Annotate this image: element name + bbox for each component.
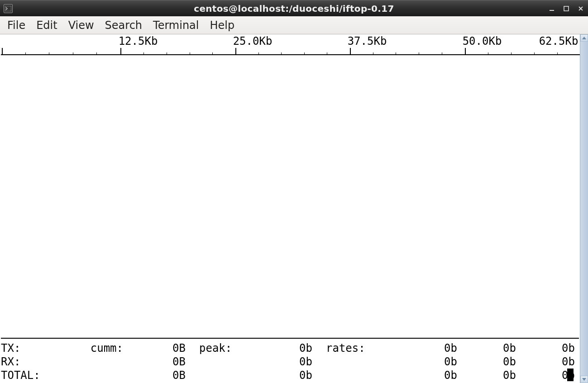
stats-value: 0b [263, 341, 326, 355]
stats-value: 0b [263, 369, 326, 382]
svg-rect-2 [564, 6, 569, 11]
stats-label: RX: [0, 355, 41, 369]
terminal-cursor [567, 369, 574, 381]
stats-value: 0B [131, 355, 199, 369]
menu-terminal[interactable]: Terminal [148, 17, 204, 33]
stats-header-cumm: cumm: [41, 341, 131, 355]
stats-header-rates: rates: [326, 341, 398, 355]
stats-divider [1, 338, 579, 339]
stats-value: 0b [457, 369, 516, 382]
menu-edit[interactable]: Edit [31, 17, 62, 33]
stats-value: 0b [516, 355, 575, 369]
menu-search[interactable]: Search [100, 17, 148, 33]
svg-rect-1 [550, 10, 554, 11]
menu-help[interactable]: Help [205, 17, 240, 33]
window-minimize-button[interactable] [547, 4, 556, 13]
stats-value: 0B [131, 369, 199, 382]
svg-rect-0 [5, 6, 11, 11]
scale-label: 50.0Kb [463, 34, 502, 48]
menu-file[interactable]: File [2, 17, 31, 33]
scale-label: 12.5Kb [119, 34, 158, 48]
scrollbar-track[interactable] [580, 42, 588, 376]
stats-value: 0b [398, 355, 457, 369]
bandwidth-scale-labels: 12.5Kb 25.0Kb 37.5Kb 50.0Kb 62.5Kb [0, 34, 580, 48]
stats-value: 0b [457, 341, 516, 355]
scale-label: 37.5Kb [348, 34, 387, 48]
menubar: File Edit View Search Terminal Help [0, 16, 588, 34]
window-maximize-button[interactable] [562, 4, 571, 13]
stats-row-tx: TX: cumm: 0B peak: 0b rates: 0b 0b 0b [0, 341, 580, 355]
window-close-button[interactable] [576, 4, 585, 13]
window-titlebar: centos@localhost:/duoceshi/iftop-0.17 [0, 0, 588, 16]
stats-label: TX: [0, 341, 41, 355]
scrollbar-down-button[interactable] [580, 376, 588, 383]
stats-row-total: TOTAL: 0B 0b 0b 0b 0b [0, 369, 580, 382]
scale-label: 25.0Kb [233, 34, 272, 48]
stats-value: 0b [263, 355, 326, 369]
bandwidth-scale-ruler [0, 48, 580, 57]
stats-header-peak: peak: [199, 341, 263, 355]
stats-value: 0b [516, 369, 575, 382]
stats-value: 0b [457, 355, 516, 369]
stats-label: TOTAL: [0, 369, 41, 382]
terminal-app-icon [4, 4, 13, 13]
stats-value: 0B [131, 341, 199, 355]
scale-label: 62.5Kb [539, 34, 578, 48]
stats-row-rx: RX: 0B 0b 0b 0b 0b [0, 355, 580, 369]
terminal-output[interactable]: 12.5Kb 25.0Kb 37.5Kb 50.0Kb 62.5Kb [0, 34, 580, 383]
menu-view[interactable]: View [63, 17, 100, 33]
stats-value: 0b [516, 341, 575, 355]
scrollbar-up-button[interactable] [580, 34, 588, 42]
terminal-scrollbar[interactable] [580, 34, 588, 383]
window-title: centos@localhost:/duoceshi/iftop-0.17 [0, 3, 588, 14]
stats-footer: TX: cumm: 0B peak: 0b rates: 0b 0b 0b RX… [0, 341, 580, 383]
stats-value: 0b [398, 369, 457, 382]
stats-value: 0b [398, 341, 457, 355]
